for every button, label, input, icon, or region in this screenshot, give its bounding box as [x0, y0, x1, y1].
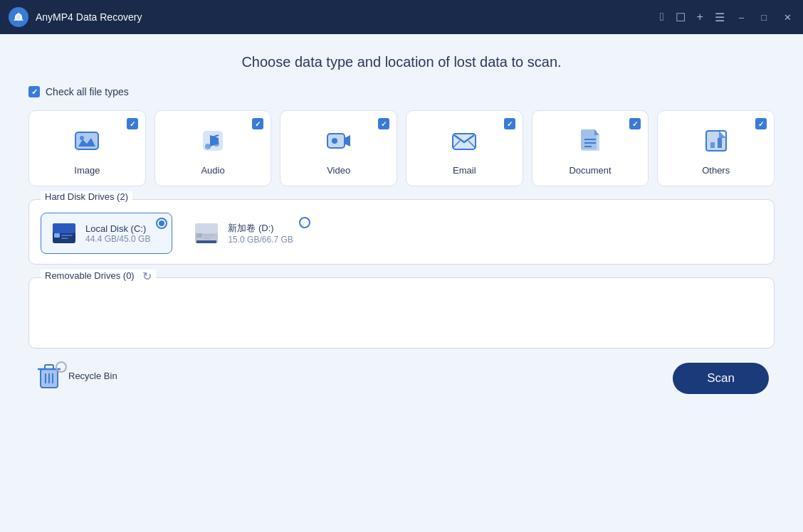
drive-d-size: 15.0 GB/66.7 GB: [228, 235, 293, 245]
svg-rect-31: [204, 235, 215, 236]
svg-rect-32: [204, 238, 211, 239]
removable-title: Removable Drives (0) ↻: [41, 270, 156, 283]
svg-point-7: [214, 141, 219, 147]
image-label: Image: [74, 165, 100, 176]
others-icon: [698, 122, 735, 159]
recycle-radio[interactable]: [56, 361, 67, 373]
refresh-icon[interactable]: ↻: [142, 270, 152, 282]
check-all-row: Check all file types: [28, 86, 775, 97]
minimize-button[interactable]: –: [736, 11, 747, 24]
svg-rect-2: [75, 132, 98, 149]
removable-section: Removable Drives (0) ↻: [28, 277, 775, 349]
image-icon: [68, 122, 105, 159]
svg-rect-33: [196, 240, 216, 243]
svg-rect-25: [54, 233, 60, 238]
recycle-bin-area[interactable]: Recycle Bin: [31, 361, 117, 395]
bottom-row: Scan: [673, 363, 772, 394]
drive-c-size: 44.4 GB/45.0 GB: [85, 234, 150, 244]
hard-disk-section: Hard Disk Drives (2) Local Disk (C:): [28, 199, 775, 265]
file-type-document[interactable]: Document: [532, 110, 649, 186]
plus-icon[interactable]: +: [697, 11, 703, 23]
svg-rect-22: [718, 138, 722, 148]
svg-point-11: [332, 138, 337, 144]
svg-rect-21: [710, 142, 715, 148]
others-checkbox[interactable]: [755, 118, 767, 129]
titlebar-actions:  ☐ + ☰ – □ ✕: [660, 11, 794, 24]
document-label: Document: [569, 165, 611, 176]
svg-point-3: [80, 136, 84, 140]
email-icon: [446, 122, 483, 159]
drive-d-icon: [192, 219, 221, 248]
scan-button[interactable]: Scan: [673, 363, 769, 394]
check-all-label: Check all file types: [46, 86, 129, 97]
drive-d-info: 新加卷 (D:) 15.0 GB/66.7 GB: [228, 222, 293, 245]
drive-d-radio[interactable]: [299, 217, 310, 228]
file-type-image[interactable]: Image: [28, 110, 146, 186]
document-icon: [572, 122, 609, 159]
hard-disk-title: Hard Disk Drives (2): [41, 191, 132, 202]
video-label: Video: [327, 165, 350, 176]
titlebar: AnyMP4 Data Recovery  ☐ + ☰ – □ ✕: [0, 0, 803, 34]
page-title: Choose data type and location of lost da…: [28, 54, 775, 70]
drives-list: Local Disk (C:) 44.4 GB/45.0 GB: [41, 210, 762, 254]
drive-d-name: 新加卷 (D:): [228, 222, 293, 235]
file-type-video[interactable]: Video: [280, 110, 397, 186]
file-type-others[interactable]: Others: [657, 110, 775, 186]
maximize-button[interactable]: □: [758, 11, 770, 24]
file-type-audio[interactable]: Audio: [154, 110, 272, 186]
drive-c-icon: [50, 219, 78, 248]
audio-label: Audio: [201, 165, 224, 176]
svg-rect-24: [53, 223, 75, 233]
email-label: Email: [453, 165, 476, 176]
recycle-label: Recycle Bin: [68, 371, 117, 381]
email-checkbox[interactable]: [504, 118, 515, 129]
drive-d[interactable]: 新加卷 (D:) 15.0 GB/66.7 GB: [184, 213, 314, 254]
audio-checkbox[interactable]: [252, 118, 263, 129]
drive-c[interactable]: Local Disk (C:) 44.4 GB/45.0 GB: [41, 213, 172, 254]
main-content: Choose data type and location of lost da…: [0, 34, 803, 532]
video-checkbox[interactable]: [378, 118, 389, 129]
file-types-row: Image Audio: [28, 110, 775, 186]
menu-icon[interactable]: ☰: [715, 11, 725, 24]
file-type-email[interactable]: Email: [406, 110, 523, 186]
svg-rect-30: [196, 233, 202, 238]
svg-point-6: [205, 144, 211, 149]
drive-c-info: Local Disk (C:) 44.4 GB/45.0 GB: [85, 223, 150, 244]
app-title: AnyMP4 Data Recovery: [36, 11, 660, 23]
audio-icon: [194, 122, 231, 159]
close-button[interactable]: ✕: [781, 11, 794, 24]
image-checkbox[interactable]: [127, 118, 138, 129]
drive-c-radio[interactable]: [156, 218, 167, 229]
others-label: Others: [702, 165, 730, 176]
check-all-checkbox[interactable]: [28, 86, 40, 97]
svg-rect-29: [195, 223, 218, 233]
message-icon[interactable]: ☐: [676, 11, 686, 24]
svg-rect-26: [61, 235, 73, 236]
svg-rect-27: [61, 238, 68, 239]
drive-c-name: Local Disk (C:): [85, 223, 150, 234]
video-icon: [320, 122, 357, 159]
svg-rect-37: [45, 365, 53, 369]
app-logo: [9, 7, 28, 27]
facebook-icon[interactable]: : [660, 11, 664, 23]
document-checkbox[interactable]: [629, 118, 641, 129]
